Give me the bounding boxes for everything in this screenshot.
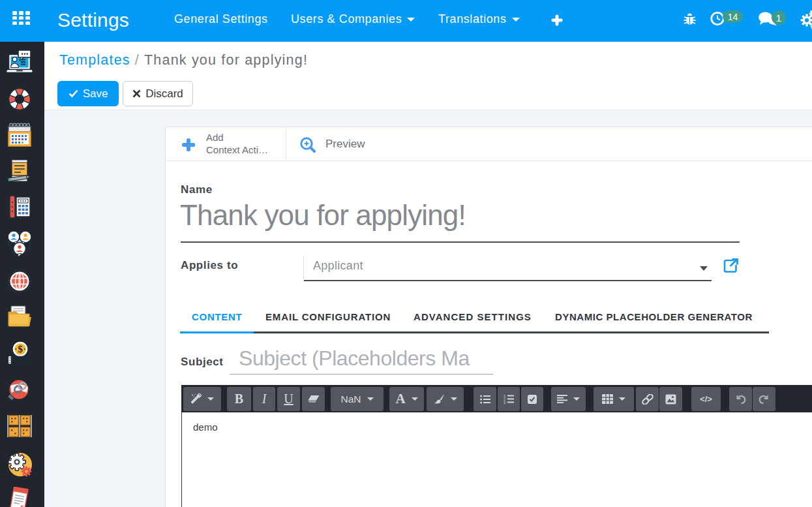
- svg-text:$: $: [18, 344, 23, 354]
- svg-text:3: 3: [504, 401, 505, 404]
- svg-text:$: $: [20, 504, 24, 507]
